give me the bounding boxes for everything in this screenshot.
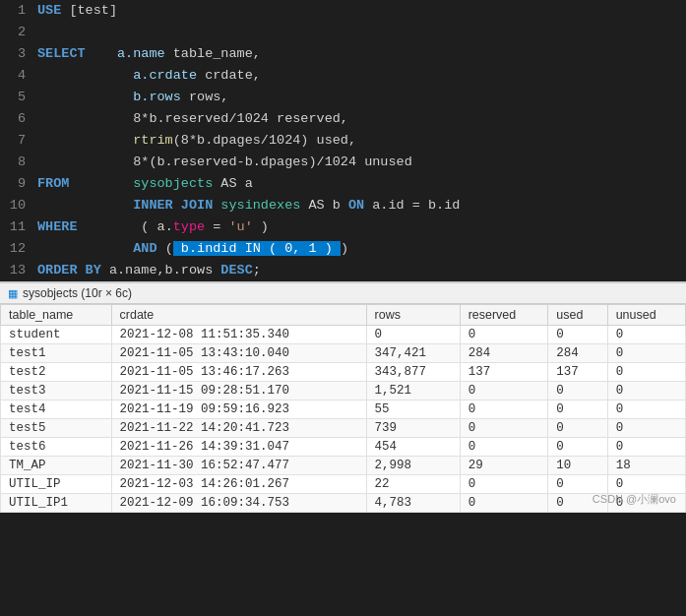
table-cell: 2021-11-05 13:46:17.263	[111, 363, 366, 382]
column-header: used	[548, 305, 607, 326]
table-cell: 0	[460, 419, 548, 438]
table-cell: UTIL_IP	[1, 475, 112, 494]
table-cell: test2	[1, 363, 112, 382]
table-cell: 0	[548, 326, 607, 344]
table-icon: ▦	[8, 287, 18, 300]
column-header: table_name	[1, 305, 112, 326]
table-row: UTIL_IP12021-12-09 16:09:34.7534,783000	[1, 494, 686, 513]
code-line: 7 rtrim(8*b.dpages/1024) used,	[0, 130, 686, 152]
table-cell: 0	[607, 475, 685, 494]
table-row: test42021-11-19 09:59:16.92355000	[1, 400, 686, 419]
line-number: 8	[0, 152, 37, 173]
table-cell: 0	[548, 382, 607, 400]
table-cell: 0	[607, 419, 685, 438]
table-cell: 0	[366, 326, 460, 344]
table-cell: 2021-11-15 09:28:51.170	[111, 382, 366, 400]
table-cell: 0	[548, 400, 607, 419]
table-cell: 0	[607, 400, 685, 419]
code-editor[interactable]: 1USE [test]23SELECT a.name table_name,4 …	[0, 0, 686, 281]
table-row: test12021-11-05 13:43:10.040347,42128428…	[1, 344, 686, 363]
code-line: 10 INNER JOIN sysindexes AS b ON a.id = …	[0, 195, 686, 216]
line-content: AND ( b.indid IN ( 0, 1 ) )	[37, 238, 686, 260]
line-number: 12	[0, 238, 37, 260]
table-cell: 0	[548, 475, 607, 494]
table-cell: TM_AP	[1, 457, 112, 475]
table-cell: 2021-11-05 13:43:10.040	[111, 344, 366, 363]
table-cell: 454	[366, 438, 460, 457]
code-line: 1USE [test]	[0, 0, 686, 22]
code-line: 3SELECT a.name table_name,	[0, 43, 686, 65]
table-cell: 0	[460, 494, 548, 513]
line-content: INNER JOIN sysindexes AS b ON a.id = b.i…	[37, 195, 686, 216]
table-row: test32021-11-15 09:28:51.1701,521000	[1, 382, 686, 400]
table-row: test22021-11-05 13:46:17.263343,87713713…	[1, 363, 686, 382]
table-cell: 0	[607, 326, 685, 344]
table-cell: 1,521	[366, 382, 460, 400]
table-cell: student	[1, 326, 112, 344]
table-cell: 2021-12-08 11:51:35.340	[111, 326, 366, 344]
table-row: student2021-12-08 11:51:35.3400000	[1, 326, 686, 344]
line-number: 7	[0, 130, 37, 152]
table-cell: 2021-12-09 16:09:34.753	[111, 494, 366, 513]
table-cell: 739	[366, 419, 460, 438]
line-content: 8*b.reserved/1024 reserved,	[37, 108, 686, 130]
table-cell: 0	[548, 438, 607, 457]
table-cell: test6	[1, 438, 112, 457]
table-cell: 347,421	[366, 344, 460, 363]
code-line: 9FROM sysobjects AS a	[0, 173, 686, 195]
table-row: UTIL_IP2021-12-03 14:26:01.26722000	[1, 475, 686, 494]
code-line: 13ORDER BY a.name,b.rows DESC;	[0, 260, 686, 281]
table-cell: test4	[1, 400, 112, 419]
code-line: 4 a.crdate crdate,	[0, 65, 686, 87]
table-cell: test5	[1, 419, 112, 438]
line-content: b.rows rows,	[37, 87, 686, 108]
line-content: FROM sysobjects AS a	[37, 173, 686, 195]
table-cell: 0	[460, 326, 548, 344]
table-cell: 2021-11-22 14:20:41.723	[111, 419, 366, 438]
table-row: test62021-11-26 14:39:31.047454000	[1, 438, 686, 457]
code-line: 12 AND ( b.indid IN ( 0, 1 ) )	[0, 238, 686, 260]
table-cell: 0	[548, 419, 607, 438]
line-number: 5	[0, 87, 37, 108]
results-panel: ▦ sysobjects (10r × 6c) table_namecrdate…	[0, 281, 686, 513]
line-content: 8*(b.reserved-b.dpages)/1024 unused	[37, 152, 686, 173]
line-content: ORDER BY a.name,b.rows DESC;	[37, 260, 686, 281]
line-number: 9	[0, 173, 37, 195]
line-number: 13	[0, 260, 37, 281]
table-cell: 2021-11-26 14:39:31.047	[111, 438, 366, 457]
code-line: 8 8*(b.reserved-b.dpages)/1024 unused	[0, 152, 686, 173]
line-content: WHERE ( a.type = 'u' )	[37, 216, 686, 238]
line-number: 1	[0, 0, 37, 22]
watermark: CSDN @小澜ovo	[592, 492, 676, 507]
code-line: 11WHERE ( a.type = 'u' )	[0, 216, 686, 238]
table-cell: test1	[1, 344, 112, 363]
table-row: test52021-11-22 14:20:41.723739000	[1, 419, 686, 438]
table-cell: 29	[460, 457, 548, 475]
table-cell: 137	[460, 363, 548, 382]
table-cell: 2021-12-03 14:26:01.267	[111, 475, 366, 494]
table-cell: 55	[366, 400, 460, 419]
column-header: reserved	[460, 305, 548, 326]
line-content: a.crdate crdate,	[37, 65, 686, 87]
table-cell: 22	[366, 475, 460, 494]
line-number: 4	[0, 65, 37, 87]
table-cell: 284	[460, 344, 548, 363]
line-content: rtrim(8*b.dpages/1024) used,	[37, 130, 686, 152]
table-cell: 137	[548, 363, 607, 382]
results-tab[interactable]: ▦ sysobjects (10r × 6c)	[0, 283, 686, 304]
code-line: 5 b.rows rows,	[0, 87, 686, 108]
line-number: 11	[0, 216, 37, 238]
table-cell: 0	[607, 363, 685, 382]
results-table: table_namecrdaterowsreservedusedunused s…	[0, 304, 686, 513]
line-number: 10	[0, 195, 37, 216]
code-line: 2	[0, 22, 686, 43]
table-cell: test3	[1, 382, 112, 400]
table-cell: 10	[548, 457, 607, 475]
line-number: 2	[0, 22, 37, 43]
table-row: TM_AP2021-11-30 16:52:47.4772,998291018	[1, 457, 686, 475]
table-cell: 2021-11-19 09:59:16.923	[111, 400, 366, 419]
table-cell: 2021-11-30 16:52:47.477	[111, 457, 366, 475]
table-cell: 4,783	[366, 494, 460, 513]
table-cell: 18	[607, 457, 685, 475]
table-cell: 0	[607, 382, 685, 400]
